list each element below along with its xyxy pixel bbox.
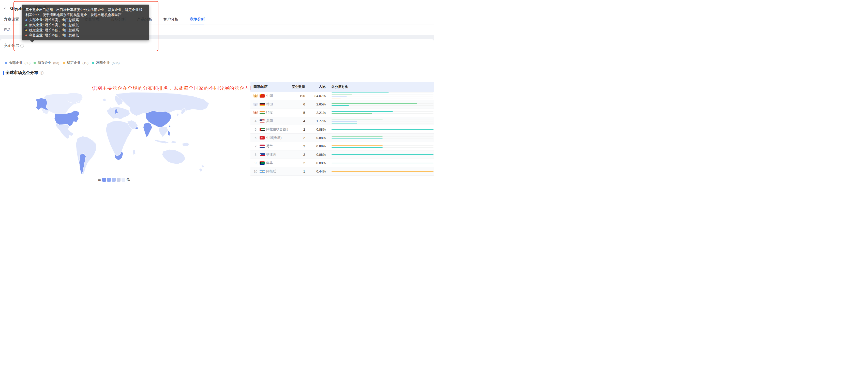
table-row[interactable]: 5阿拉伯联合酋长国20.88% <box>250 125 434 134</box>
bar-track <box>332 99 433 99</box>
head-tier-bar <box>332 121 357 122</box>
country-name: 美国 <box>266 119 273 123</box>
ae-flag-icon <box>259 128 265 131</box>
bar-track <box>332 119 433 120</box>
map-madagascar <box>133 149 135 155</box>
table-body: 1中国19084.07%2德国62.65%3印度52.21%4美国41.77%5… <box>250 92 434 176</box>
table-row[interactable]: 1中国19084.07% <box>250 92 434 100</box>
share-cell: 0.44% <box>309 167 329 175</box>
legend-label: 利基企业 <box>96 61 110 65</box>
section-accent-bar <box>3 71 4 75</box>
map-india <box>144 122 152 137</box>
tier-bars-cell <box>329 92 434 100</box>
content-card: 竞企分层 ! 头部企业 (30)新兴企业 (53)稳定企业 (19)利基企业 (… <box>0 39 434 186</box>
map-legend-swatch-4 <box>117 178 121 182</box>
map-legend-swatches <box>102 178 125 182</box>
tiering-title-text: 竞企分层 <box>4 43 19 48</box>
emerging-tier-bar <box>332 136 383 137</box>
table-row[interactable]: 2德国62.65% <box>250 100 434 108</box>
tooltip-bullet-2: 新兴企业: 增长率高、出口总额低 <box>25 23 146 28</box>
country-cell: 3印度 <box>250 108 288 116</box>
tooltip-bullet-text: 新兴企业: 增长率高、出口总额低 <box>29 23 79 28</box>
competitor-count-cell: 6 <box>288 100 309 108</box>
table-row[interactable]: 10阿根廷10.44% <box>250 167 434 176</box>
crown-rank-icon: 1 <box>253 94 258 98</box>
country-cell: 9南非 <box>250 159 288 167</box>
tier-bars-cell <box>329 167 434 175</box>
header-share: 占比 <box>309 82 329 92</box>
bar-track <box>332 111 433 112</box>
legend-item-3[interactable]: 稳定企业 (19) <box>63 61 89 65</box>
info-icon[interactable]: ! <box>40 71 43 75</box>
legend-count: (19) <box>82 61 89 65</box>
tier-bars-cell <box>329 117 434 125</box>
country-cell: 8菲律宾 <box>250 150 288 159</box>
country-name: 印度 <box>266 110 273 115</box>
tier-bars-cell <box>329 100 434 108</box>
stable-tier-bar <box>332 99 341 99</box>
table-row[interactable]: 8菲律宾20.88% <box>250 150 434 159</box>
map-iceland <box>102 98 106 102</box>
map-europe <box>107 107 130 120</box>
legend-dot-icon <box>63 62 65 64</box>
rank-badge: 8 <box>253 153 258 157</box>
map-philippines <box>167 131 170 136</box>
distribution-section-header: 全球市场竞企分布 ! <box>3 70 43 75</box>
legend-item-4[interactable]: 利基企业 (636) <box>92 61 120 65</box>
bar-track <box>332 113 433 114</box>
bar-track <box>332 129 433 130</box>
tab-1[interactable]: 方案设置 <box>4 16 19 24</box>
world-map[interactable] <box>34 92 217 175</box>
tooltip-intro: 基于竞企出口总额、出口增长率将竞企分为头部企业、新兴企业、稳定企业和利基企业，便… <box>25 7 146 18</box>
tooltip-bullet-3: 稳定企业: 增长率低、出口总额高 <box>25 28 146 33</box>
bar-track <box>332 136 433 137</box>
table-row[interactable]: 3印度52.21% <box>250 108 434 117</box>
back-chevron-icon[interactable]: ‹ <box>4 6 6 11</box>
product-filter-label: 产品 <box>4 28 10 32</box>
competitor-count-cell: 190 <box>288 92 309 100</box>
table-header-row: 国家/地区 竞企数量 占比 各分层对比 <box>250 82 434 92</box>
tooltip-bullet-dot-icon <box>25 30 27 31</box>
country-name: 中国 <box>266 94 273 98</box>
header-country: 国家/地区 <box>250 82 288 92</box>
table-row[interactable]: 7荷兰20.88% <box>250 142 434 150</box>
ar-flag-icon <box>259 170 265 173</box>
share-cell: 2.21% <box>309 108 329 116</box>
info-icon[interactable]: ! <box>20 44 24 47</box>
rank-badge: 2 <box>253 103 258 106</box>
niche-tier-bar <box>332 163 433 163</box>
rank-number: 9 <box>254 161 256 165</box>
map-new-guinea <box>182 142 190 146</box>
table-row[interactable]: 6中国(香港)20.88% <box>250 134 434 142</box>
niche-tier-bar <box>332 123 357 124</box>
legend-item-1[interactable]: 头部企业 (30) <box>5 61 31 65</box>
tab-7[interactable]: 客户分析 <box>163 16 179 24</box>
tier-explainer-tooltip: 基于竞企出口总额、出口增长率将竞企分为头部企业、新兴企业、稳定企业和利基企业，便… <box>22 5 149 40</box>
legend-item-2[interactable]: 新兴企业 (53) <box>34 61 59 65</box>
map-color-legend: 高 低 <box>98 177 130 182</box>
bar-track <box>332 163 433 163</box>
legend-dot-icon <box>5 62 7 64</box>
emerging-tier-bar <box>332 119 383 120</box>
legend-count: (636) <box>112 61 120 65</box>
country-name: 德国 <box>266 102 273 106</box>
rank-number: 7 <box>254 144 256 148</box>
tooltip-bullet-text: 利基企业: 增长率低、出口总额低 <box>29 33 79 38</box>
nl-flag-icon <box>259 144 265 148</box>
country-ranking-table: 国家/地区 竞企数量 占比 各分层对比 1中国19084.07%2德国62.65… <box>250 82 434 176</box>
share-cell: 0.88% <box>309 142 329 150</box>
table-row[interactable]: 9南非20.88% <box>250 159 434 167</box>
map-indonesia-east <box>171 141 177 143</box>
stable-tier-bar <box>332 145 383 145</box>
bar-track <box>332 145 433 145</box>
rank-badge: 1 <box>253 94 258 98</box>
distribution-title: 全球市场竞企分布 <box>6 70 38 75</box>
bar-track <box>332 123 433 124</box>
table-row[interactable]: 4美国41.77% <box>250 117 434 125</box>
legend-dot-icon <box>34 62 36 64</box>
tab-8[interactable]: 竞争分析 <box>190 16 205 24</box>
tooltip-bullet-text: 稳定企业: 增长率低、出口总额高 <box>29 28 79 33</box>
country-name: 菲律宾 <box>266 152 276 157</box>
country-name: 南非 <box>266 161 273 165</box>
tier-bars-cell <box>329 108 434 116</box>
